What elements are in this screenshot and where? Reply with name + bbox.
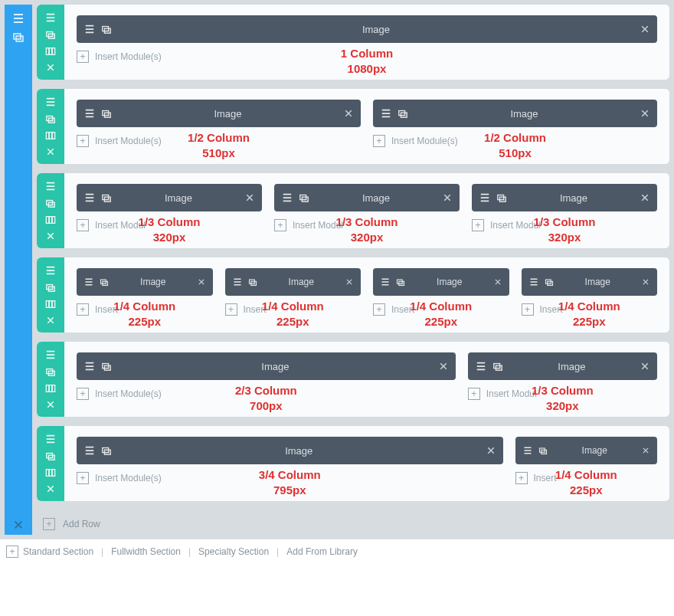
row-duplicate-icon[interactable]	[45, 29, 56, 40]
row-settings-icon[interactable]	[45, 349, 56, 360]
module-duplicate-icon[interactable]	[538, 446, 548, 455]
module-duplicate-icon[interactable]	[396, 277, 405, 287]
module-settings-icon[interactable]	[233, 277, 242, 287]
module-settings-icon[interactable]	[84, 445, 95, 456]
row-settings-icon[interactable]	[45, 97, 56, 107]
module-duplicate-icon[interactable]	[248, 277, 257, 287]
module-settings-icon[interactable]	[381, 108, 391, 119]
module-settings-icon[interactable]	[84, 277, 93, 287]
module-duplicate-icon[interactable]	[101, 24, 112, 34]
add-row-button[interactable]: + Add Row	[37, 510, 669, 535]
module-settings-icon[interactable]	[84, 192, 95, 203]
insert-module-button[interactable]: + Insert Module(s) 3/4 Column795px	[77, 472, 503, 484]
insert-module-button[interactable]: + Insert 1/4 Column225px	[373, 303, 509, 316]
row-delete-icon[interactable]	[46, 231, 55, 241]
image-module[interactable]: Image	[373, 268, 509, 296]
image-module[interactable]: Image	[373, 100, 657, 127]
module-duplicate-icon[interactable]	[101, 192, 112, 203]
image-module[interactable]: Image	[77, 184, 262, 211]
footer-specialty-section[interactable]: Specialty Section	[198, 546, 269, 557]
insert-module-button[interactable]: + Insert Modul 1/3 Column320px	[77, 219, 262, 231]
row-columns-icon[interactable]	[45, 383, 56, 394]
insert-module-button[interactable]: + Insert Modul 1/3 Column320px	[274, 219, 460, 231]
row-delete-icon[interactable]	[46, 63, 55, 72]
insert-module-button[interactable]: + Insert 1/4 Column225px	[515, 472, 658, 484]
footer-standard-section[interactable]: Standard Section	[23, 546, 93, 557]
module-duplicate-icon[interactable]	[545, 277, 554, 287]
module-settings-icon[interactable]	[529, 277, 538, 287]
module-duplicate-icon[interactable]	[101, 108, 112, 119]
row-columns-icon[interactable]	[45, 299, 56, 310]
row-duplicate-icon[interactable]	[45, 113, 56, 124]
module-settings-icon[interactable]	[282, 192, 293, 203]
image-module[interactable]: Image	[515, 437, 658, 464]
image-module[interactable]: Image	[225, 268, 362, 296]
module-delete-icon[interactable]	[344, 109, 353, 118]
row-delete-icon[interactable]	[46, 400, 55, 409]
row-delete-icon[interactable]	[46, 484, 55, 493]
image-module[interactable]: Image	[77, 268, 213, 296]
module-duplicate-icon[interactable]	[496, 192, 507, 203]
row-duplicate-icon[interactable]	[45, 366, 56, 377]
module-duplicate-icon[interactable]	[299, 192, 309, 203]
image-module[interactable]: Image	[77, 15, 657, 43]
module-duplicate-icon[interactable]	[101, 361, 112, 372]
row-columns-icon[interactable]	[45, 130, 56, 141]
module-settings-icon[interactable]	[479, 192, 490, 203]
image-module[interactable]: Image	[77, 352, 456, 380]
image-module[interactable]: Image	[274, 184, 460, 211]
image-module[interactable]: Image	[77, 100, 361, 127]
image-module[interactable]: Image	[77, 437, 503, 464]
section-delete-icon[interactable]	[13, 519, 24, 530]
module-delete-icon[interactable]	[494, 278, 502, 286]
insert-module-button[interactable]: + Insert Module(s) 1 Column1080px	[77, 51, 657, 63]
module-settings-icon[interactable]	[476, 361, 486, 372]
module-delete-icon[interactable]	[640, 362, 649, 371]
module-delete-icon[interactable]	[198, 278, 205, 286]
module-delete-icon[interactable]	[640, 193, 649, 202]
insert-module-button[interactable]: + Insert Module(s) 1/2 Column510px	[373, 135, 657, 147]
row-duplicate-icon[interactable]	[45, 451, 56, 461]
module-duplicate-icon[interactable]	[492, 361, 503, 372]
image-module[interactable]: Image	[472, 184, 657, 211]
module-delete-icon[interactable]	[345, 278, 353, 286]
section-duplicate-icon[interactable]	[12, 31, 25, 43]
module-delete-icon[interactable]	[486, 446, 496, 455]
module-delete-icon[interactable]	[642, 278, 649, 286]
module-settings-icon[interactable]	[84, 24, 95, 34]
module-duplicate-icon[interactable]	[398, 108, 408, 119]
insert-module-button[interactable]: + Insert 1/4 Column225px	[77, 303, 213, 316]
module-duplicate-icon[interactable]	[100, 277, 109, 287]
module-duplicate-icon[interactable]	[101, 445, 112, 456]
module-settings-icon[interactable]	[84, 108, 95, 119]
module-delete-icon[interactable]	[642, 447, 649, 454]
row-columns-icon[interactable]	[45, 467, 56, 478]
row-columns-icon[interactable]	[45, 215, 56, 225]
row-settings-icon[interactable]	[45, 265, 56, 276]
insert-module-button[interactable]: + Insert Module(s) 1/2 Column510px	[77, 135, 361, 147]
insert-module-button[interactable]: + Insert Modul 1/3 Column320px	[472, 219, 657, 231]
row-settings-icon[interactable]	[45, 434, 56, 444]
insert-module-button[interactable]: + Insert 1/4 Column225px	[225, 303, 362, 316]
module-settings-icon[interactable]	[84, 361, 95, 372]
module-delete-icon[interactable]	[443, 193, 452, 202]
row-settings-icon[interactable]	[45, 12, 56, 23]
module-delete-icon[interactable]	[640, 25, 649, 34]
module-settings-icon[interactable]	[523, 446, 532, 455]
row-duplicate-icon[interactable]	[45, 282, 56, 293]
module-delete-icon[interactable]	[640, 109, 649, 118]
module-delete-icon[interactable]	[245, 193, 254, 202]
insert-module-button[interactable]: + Insert Modul 1/3 Column320px	[468, 388, 657, 400]
row-duplicate-icon[interactable]	[45, 198, 56, 208]
row-delete-icon[interactable]	[46, 147, 55, 156]
image-module[interactable]: Image	[522, 268, 658, 296]
section-settings-icon[interactable]	[12, 12, 25, 25]
row-columns-icon[interactable]	[45, 46, 56, 57]
footer-add-from-library[interactable]: Add From Library	[286, 546, 358, 557]
module-delete-icon[interactable]	[439, 362, 448, 371]
row-settings-icon[interactable]	[45, 181, 56, 192]
image-module[interactable]: Image	[468, 352, 657, 380]
module-settings-icon[interactable]	[381, 277, 390, 287]
row-delete-icon[interactable]	[46, 316, 55, 325]
insert-module-button[interactable]: + Insert 1/4 Column225px	[522, 303, 658, 316]
